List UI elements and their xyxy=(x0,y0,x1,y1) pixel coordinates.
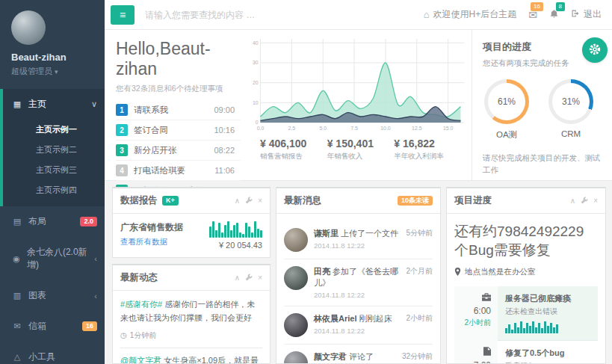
project-progress-column: 项目的进度 您还有两项未完成的任务 61%OA测31%CRM 请尽快完成相关项目… xyxy=(472,30,612,180)
notifications-button[interactable]: 8 xyxy=(549,9,559,21)
donut-chart: 31%CRM xyxy=(548,79,593,141)
sidebar-toggle-button[interactable]: ≡ xyxy=(111,5,135,25)
welcome-link[interactable]: ⌂ 欢迎使用H+后台主题 xyxy=(424,8,517,21)
stat-label: 销售营销报告 xyxy=(260,152,327,161)
sidebar-item-信箱[interactable]: ✉信箱16 xyxy=(0,311,105,342)
sidebar-item-余七余八(2.0新增)[interactable]: ◉余七余八(2.0新增)‹ xyxy=(0,237,105,280)
message-time: 32分钟前 xyxy=(402,351,433,363)
bug-progress-body: 还有约79842492229个Bug需要修复 地点当然是在办公室 6:002小时… xyxy=(447,214,605,363)
logout-button[interactable]: 退出 xyxy=(571,8,602,21)
todo-item[interactable]: 2签订合同10:16 xyxy=(116,120,241,141)
bug-progress-header: 项目进度 ∧ × xyxy=(447,188,605,214)
layout-icon: ▤ xyxy=(12,217,22,226)
sidebar-item-label: 信箱 xyxy=(28,320,46,333)
svg-text:12.5: 12.5 xyxy=(412,125,421,132)
message-line: 田亮 参加了《爸爸去哪儿》 xyxy=(314,266,400,289)
close-icon[interactable]: × xyxy=(258,197,262,205)
sidebar-item-label: 主页 xyxy=(28,98,46,111)
todo-item[interactable]: 1请联系我09:00 xyxy=(116,100,241,120)
stat-value: ¥ 16,822 xyxy=(394,138,461,149)
post-tag-link[interactable]: @颜文字君 xyxy=(120,356,161,363)
sidebar-submenu: 主页示例一主页示例二主页示例三主页示例四 xyxy=(0,120,105,206)
donut-ring: 31% xyxy=(548,79,593,124)
message-main: 谦斯里 上传了一个文件2014.11.8 12:22 xyxy=(314,228,400,252)
message-item[interactable]: 颜文字君 评论了2014.11.8 12:22【九部令人拍案叫绝的惊悚悬疑剧情佳… xyxy=(284,345,433,363)
message-line: 颜文字君 评论了 xyxy=(314,351,396,363)
wrench-icon[interactable] xyxy=(245,274,253,283)
data-report-title: 数据报告 xyxy=(120,194,158,207)
briefcase-icon xyxy=(454,293,491,303)
user-role-dropdown[interactable]: 超级管理员▾ xyxy=(11,66,97,77)
settings-button[interactable] xyxy=(582,37,608,63)
close-icon[interactable]: × xyxy=(593,197,598,205)
post-meta: ◷1分钟前 xyxy=(120,330,262,342)
top-navbar: ≡ ⌂ 欢迎使用H+后台主题 ✉ 16 8 退出 xyxy=(105,0,612,30)
globe-icon: ◉ xyxy=(12,254,21,264)
main-area: ≡ ⌂ 欢迎使用H+后台主题 ✉ 16 8 退出 Hello,Beaut-zih… xyxy=(105,0,612,364)
todo-item[interactable]: 3新分店开张08:22 xyxy=(116,141,241,161)
message-item[interactable]: 田亮 参加了《爸爸去哪儿》2014.11.8 12:222个月前 xyxy=(284,259,433,306)
todo-item[interactable]: 4打电话给琪要11:06 xyxy=(116,161,241,181)
sidebar-item-布局[interactable]: ▤布局2.0 xyxy=(0,206,105,237)
message-date: 2014.11.8 12:22 xyxy=(314,291,400,299)
sidebar-item-图表[interactable]: ▥图表‹ xyxy=(0,280,105,311)
location-row: 地点当然是在办公室 xyxy=(454,267,598,277)
sidebar-item-主页[interactable]: ▦主页∨ xyxy=(0,89,105,120)
donut-chart: 61%OA测 xyxy=(484,79,529,141)
sidebar-menu: ▦主页∨主页示例一主页示例二主页示例三主页示例四▤布局2.0◉余七余八(2.0新… xyxy=(0,89,105,364)
messages-title: 最新消息 xyxy=(284,194,321,207)
post-tag-link[interactable]: #感谢有你# xyxy=(120,300,162,309)
sidebar-subitem[interactable]: 主页示例一 xyxy=(3,120,105,140)
view-all-data-link[interactable]: 查看所有数据 xyxy=(120,237,183,247)
hamburger-icon: ≡ xyxy=(120,9,126,21)
page-title: Hello,Beaut-zihan xyxy=(116,39,241,79)
collapse-icon[interactable]: ∧ xyxy=(235,197,240,205)
report-badge: K+ xyxy=(162,196,179,206)
search-input[interactable] xyxy=(143,9,415,21)
svg-text:15.0: 15.0 xyxy=(443,125,453,132)
message-item[interactable]: 林依晨Ariel 刚刚起床2014.11.8 12:222小时前 xyxy=(284,306,433,345)
messages-button[interactable]: ✉ 16 xyxy=(528,9,537,21)
sidebar-subitem[interactable]: 主页示例三 xyxy=(3,160,105,180)
badge: 16 xyxy=(82,321,97,331)
avatar[interactable] xyxy=(11,10,46,45)
sidebar-item-小工具[interactable]: △小工具 xyxy=(0,342,105,364)
sidebar-item-label: 布局 xyxy=(28,215,46,228)
bottom-panels: 数据报告 K+ ∧ × 广东省销售数据 查看所有数据 xyxy=(105,181,612,364)
wrench-icon[interactable] xyxy=(245,197,253,206)
message-line: 谦斯里 上传了一个文件 xyxy=(314,228,400,239)
message-item[interactable]: 谦斯里 上传了一个文件2014.11.8 12:225分钟前 xyxy=(284,221,433,259)
wrench-icon[interactable] xyxy=(581,197,588,206)
timeline-sparkline xyxy=(505,321,590,333)
donut-percent: 31% xyxy=(548,79,593,124)
timeline-item: 7:003小时前修复了0.5个bug重启服务 xyxy=(454,340,598,363)
todo-number-badge: 2 xyxy=(116,124,128,136)
home-icon: ⌂ xyxy=(424,9,430,20)
message-author: 林依晨Ariel xyxy=(314,314,356,323)
sidebar-subitem[interactable]: 主页示例四 xyxy=(3,180,105,200)
close-icon[interactable]: × xyxy=(258,274,262,282)
svg-text:5.0: 5.0 xyxy=(319,125,327,132)
sidebar-item-label: 余七余八(2.0新增) xyxy=(27,246,88,271)
location-text: 地点当然是在办公室 xyxy=(465,267,536,277)
svg-text:0.0: 0.0 xyxy=(257,125,265,132)
sidebar-subitem[interactable]: 主页示例二 xyxy=(3,140,105,160)
svg-text:40: 40 xyxy=(253,40,259,46)
timeline-meta: 7:003小时前 xyxy=(454,340,498,363)
collapse-icon[interactable]: ∧ xyxy=(235,274,240,282)
hello-subtitle: 您有32条消息和6个待处理事项 xyxy=(116,84,241,94)
right-panel-column: 项目进度 ∧ × 还有约79842492229个Bug需要修复 地点当然是在办公… xyxy=(446,187,606,364)
svg-text:2.5: 2.5 xyxy=(288,125,296,132)
alert-count-badge: 8 xyxy=(556,2,565,11)
stat-label: 年销售收入 xyxy=(327,152,395,161)
stats-row: ¥ 406,100销售营销报告¥ 150,401年销售收入¥ 16,822半年收… xyxy=(247,133,469,161)
activity-title: 最新动态 xyxy=(120,271,158,284)
todo-time: 11:06 xyxy=(214,166,235,175)
project-progress-footer: 请尽快完成相关项目的开发、测试工作 xyxy=(483,152,602,176)
messages-header: 最新消息 10条未读 xyxy=(276,188,440,214)
message-main: 田亮 参加了《爸爸去哪儿》2014.11.8 12:22 xyxy=(314,266,400,299)
collapse-icon[interactable]: ∧ xyxy=(570,197,575,205)
activity-panel: 最新动态 ∧ × #感谢有你# 感谢你们一路的相伴，未来也请让我为你们撑腰，我们… xyxy=(112,264,271,364)
donut-percent: 61% xyxy=(484,79,529,124)
message-line: 林依晨Ariel 刚刚起床 xyxy=(314,313,400,324)
